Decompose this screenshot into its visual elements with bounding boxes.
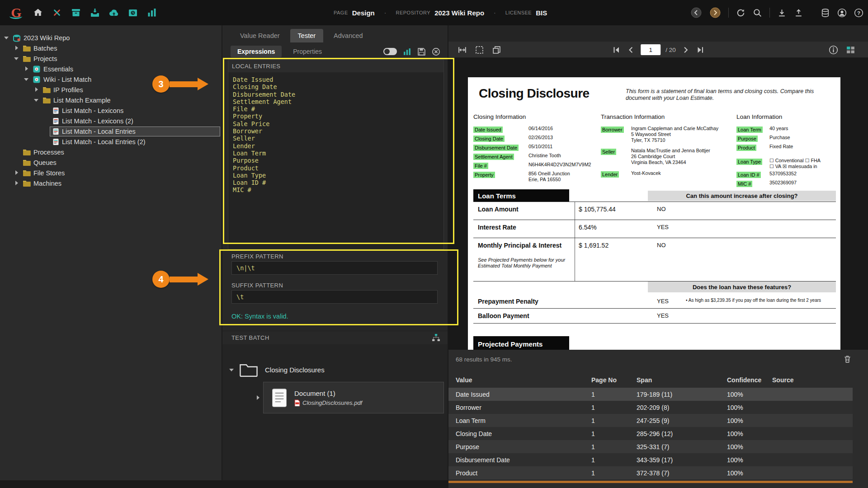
- batch-folder-row[interactable]: Closing Disclosures: [229, 360, 325, 380]
- highlight-label[interactable]: Date Issued: [473, 127, 503, 133]
- expander-icon[interactable]: [14, 168, 20, 178]
- tree-item-machines[interactable]: Machines: [0, 178, 222, 188]
- tree-item-processes[interactable]: Processes: [0, 147, 222, 157]
- fit-width-icon[interactable]: [458, 45, 467, 55]
- expander-icon[interactable]: [14, 43, 20, 53]
- result-row[interactable]: Date Issued1179-189 (11)100%: [448, 388, 853, 401]
- tree-item-list-match-example[interactable]: List Match Example: [0, 95, 222, 105]
- expander-icon[interactable]: [255, 393, 261, 403]
- clear-results-button[interactable]: [843, 354, 852, 364]
- tree-item-lexicons[interactable]: List Match - Lexicons: [0, 105, 222, 116]
- expander-icon[interactable]: [24, 64, 30, 74]
- scroll-indicator[interactable]: [448, 481, 853, 483]
- forward-icon[interactable]: [709, 7, 721, 19]
- tab-value-reader[interactable]: Value Reader: [232, 29, 288, 42]
- first-page-icon[interactable]: [612, 45, 621, 55]
- column-header[interactable]: Span: [637, 376, 727, 384]
- highlight-label[interactable]: File #: [473, 163, 488, 169]
- download-icon[interactable]: [777, 8, 787, 18]
- grooper-logo[interactable]: G: [7, 4, 25, 22]
- save-icon[interactable]: [417, 47, 426, 56]
- stats-icon[interactable]: [146, 7, 157, 18]
- highlight-label[interactable]: Settlement Agent: [473, 154, 514, 160]
- suffix-pattern-input[interactable]: \t: [231, 290, 438, 304]
- marquee-zoom-icon[interactable]: [475, 45, 484, 55]
- tree-item-projects[interactable]: Projects: [0, 53, 222, 64]
- toggle-switch-icon[interactable]: [383, 48, 397, 55]
- tree-item-queues[interactable]: Queues: [0, 157, 222, 168]
- cloud-upload-icon[interactable]: [108, 7, 119, 18]
- import-box-icon[interactable]: [90, 7, 100, 18]
- tab-tester[interactable]: Tester: [290, 29, 324, 42]
- highlight-label[interactable]: Loan Term: [736, 127, 763, 133]
- highlight-label[interactable]: Disbursement Date: [473, 145, 519, 151]
- design-tools-icon[interactable]: [52, 7, 62, 18]
- user-icon[interactable]: [837, 8, 847, 18]
- tree-item-essentials[interactable]: Essentials: [0, 64, 222, 74]
- help-icon[interactable]: ?: [854, 8, 863, 18]
- highlight-label[interactable]: Closing Date: [473, 136, 505, 142]
- result-row[interactable]: Closing Date1285-296 (12)100%: [448, 427, 853, 440]
- batches-archive-icon[interactable]: [71, 7, 81, 18]
- column-header[interactable]: Source: [772, 376, 853, 384]
- highlight-label[interactable]: Seller: [601, 149, 616, 155]
- highlight-label[interactable]: Loan Type: [736, 159, 762, 165]
- tree-item-local-entries[interactable]: List Match - Local Entries: [0, 126, 222, 136]
- chart-icon[interactable]: [403, 47, 411, 56]
- back-icon[interactable]: [690, 7, 702, 19]
- result-row[interactable]: Borrower1202-209 (8)100%: [448, 401, 853, 414]
- tree-item-ip-profiles[interactable]: IP Profiles: [0, 84, 222, 95]
- prefix-pattern-input[interactable]: \n|\t: [231, 261, 438, 275]
- prev-page-icon[interactable]: [626, 45, 636, 55]
- sitemap-icon[interactable]: [432, 333, 440, 342]
- expander-icon[interactable]: [229, 365, 235, 375]
- column-header[interactable]: Confidence: [727, 376, 772, 384]
- search-icon[interactable]: [753, 8, 762, 18]
- next-page-icon[interactable]: [681, 45, 690, 55]
- subtab-expressions[interactable]: Expressions: [231, 46, 282, 57]
- tree-item-batches[interactable]: Batches: [0, 43, 222, 53]
- highlight-label[interactable]: MIC #: [736, 181, 752, 187]
- panel-divider[interactable]: [222, 25, 222, 480]
- last-page-icon[interactable]: [695, 45, 705, 55]
- info-icon[interactable]: [829, 45, 838, 55]
- database-icon[interactable]: [821, 8, 830, 18]
- tree-item-lexicons-2[interactable]: List Match - Lexicons (2): [0, 116, 222, 126]
- local-entries-editor[interactable]: LOCAL ENTRIES Date Issued Closing Date D…: [228, 60, 444, 249]
- highlight-label[interactable]: Borrower: [601, 127, 624, 133]
- expander-icon[interactable]: [24, 74, 30, 84]
- result-row[interactable]: Purpose1325-331 (7)100%: [448, 440, 853, 453]
- highlight-label[interactable]: Product: [736, 145, 756, 151]
- page-number-input[interactable]: [641, 44, 660, 55]
- refresh-icon[interactable]: [736, 8, 745, 18]
- highlight-label[interactable]: Loan ID #: [736, 172, 761, 178]
- column-header[interactable]: Value: [456, 376, 591, 384]
- expander-icon[interactable]: [33, 95, 40, 105]
- home-icon[interactable]: [33, 7, 43, 18]
- view-layout-icon[interactable]: [846, 45, 855, 55]
- expander-icon[interactable]: [14, 178, 20, 188]
- panel-divider[interactable]: [448, 25, 448, 488]
- upload-icon[interactable]: [794, 8, 803, 18]
- batch-document-card[interactable]: Document (1) ClosingDisclosures.pdf: [263, 382, 444, 413]
- trash-icon[interactable]: [843, 354, 852, 364]
- expander-icon[interactable]: [14, 53, 20, 64]
- tree-item-repo[interactable]: 2023 Wiki Repo: [0, 33, 222, 43]
- close-icon[interactable]: [432, 47, 440, 56]
- local-entries-list[interactable]: Date Issued Closing Date Disbursement Da…: [228, 72, 443, 194]
- tree-item-local-entries-2[interactable]: List Match - Local Entries (2): [0, 136, 222, 147]
- result-row[interactable]: Product1372-378 (7)100%: [448, 466, 853, 479]
- subtab-properties[interactable]: Properties: [286, 46, 329, 57]
- result-row[interactable]: Disbursement Date1343-359 (17)100%: [448, 453, 853, 466]
- document-page[interactable]: Closing Disclosure This form is a statem…: [468, 77, 840, 350]
- tab-advanced[interactable]: Advanced: [326, 29, 371, 42]
- pending-tasks-icon[interactable]: [127, 7, 138, 18]
- highlight-label[interactable]: Purpose: [736, 136, 758, 142]
- tree-item-wiki-list-match[interactable]: Wiki - List Match: [0, 74, 222, 84]
- expander-icon[interactable]: [33, 84, 40, 95]
- result-row[interactable]: Loan Term1247-255 (9)100%: [448, 414, 853, 427]
- tree-item-file-stores[interactable]: File Stores: [0, 168, 222, 178]
- highlight-label[interactable]: Lender: [601, 171, 619, 178]
- highlight-label[interactable]: Property: [473, 172, 495, 178]
- expander-icon[interactable]: [4, 33, 10, 43]
